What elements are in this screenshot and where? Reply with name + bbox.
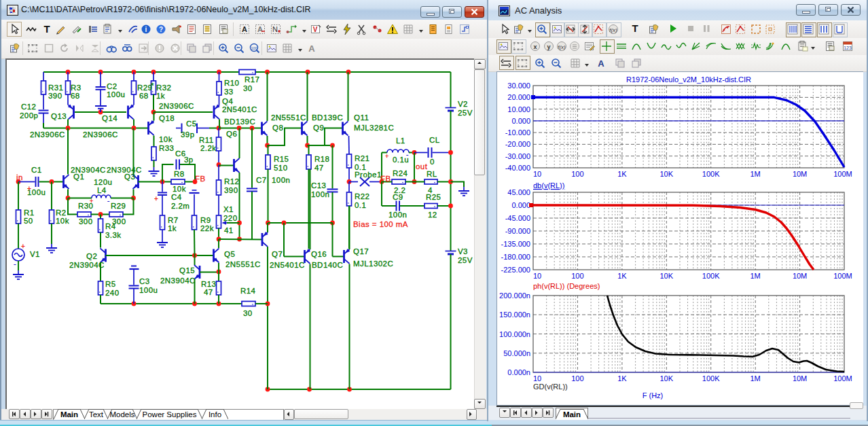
svg-text:100: 100 (571, 272, 583, 280)
svg-text:10k: 10k (173, 185, 186, 193)
svg-text:FB: FB (380, 175, 391, 183)
svg-text:47: 47 (314, 164, 324, 172)
svg-text:T: T (43, 23, 50, 35)
svg-text:10k: 10k (159, 135, 173, 143)
svg-text:10M: 10M (793, 272, 807, 280)
svg-text:out: out (416, 162, 428, 171)
svg-text:25V: 25V (458, 256, 473, 264)
svg-text:-135.000: -135.000 (501, 240, 530, 248)
svg-text:V: V (313, 26, 318, 33)
svg-text:100K: 100K (702, 374, 720, 383)
svg-text:F (Hz): F (Hz) (643, 391, 664, 400)
svg-text:0: 0 (430, 158, 435, 166)
svg-text:X1: X1 (223, 205, 234, 213)
svg-text:0.1: 0.1 (355, 201, 366, 209)
svg-text:Q15: Q15 (179, 266, 195, 274)
svg-text:-180.000: -180.000 (501, 253, 530, 261)
svg-text:150.000n: 150.000n (499, 310, 530, 319)
svg-text:33: 33 (224, 88, 234, 96)
svg-text:R22: R22 (355, 192, 369, 200)
svg-text:68: 68 (71, 92, 80, 100)
svg-text:1M: 1M (751, 272, 761, 280)
svg-text:R17: R17 (245, 75, 259, 84)
svg-text:Q9: Q9 (313, 124, 324, 132)
svg-text:100n: 100n (388, 211, 407, 219)
svg-text:ph(v(RL)) (Degrees): ph(v(RL)) (Degrees) (533, 282, 600, 290)
svg-text:300: 300 (79, 217, 93, 226)
svg-text:Q17: Q17 (353, 247, 369, 255)
svg-text:-40.000: -40.000 (505, 164, 530, 172)
svg-text:10K: 10K (660, 170, 674, 178)
svg-text:1K: 1K (617, 170, 627, 178)
svg-text:100M: 100M (833, 272, 852, 280)
svg-text:30: 30 (243, 84, 253, 92)
svg-text:0.000: 0.000 (511, 201, 530, 209)
svg-text:R1: R1 (24, 209, 35, 217)
svg-text:390: 390 (224, 186, 238, 194)
svg-text:C12: C12 (21, 103, 36, 111)
svg-text:0.000: 0.000 (511, 117, 530, 125)
svg-text:V2: V2 (458, 100, 468, 108)
svg-text:R9: R9 (200, 216, 211, 224)
svg-text:123: 123 (844, 46, 852, 50)
svg-text:50.000n: 50.000n (503, 349, 530, 357)
svg-text:R25: R25 (426, 193, 441, 201)
svg-text:db(v(RL)): db(v(RL)) (533, 181, 564, 190)
svg-text:MJL3281C: MJL3281C (354, 124, 394, 132)
svg-text:510: 510 (274, 164, 288, 172)
svg-text:R7: R7 (168, 216, 179, 224)
svg-text:+: + (154, 195, 158, 202)
svg-text:Q14: Q14 (102, 114, 117, 122)
svg-text:-: - (107, 197, 109, 205)
svg-text:+: + (385, 153, 388, 160)
svg-text:2N3906C: 2N3906C (30, 130, 65, 139)
svg-text:Bias = 100 mA: Bias = 100 mA (353, 220, 408, 228)
svg-text:Q1: Q1 (73, 173, 84, 181)
svg-text:47: 47 (204, 288, 213, 296)
svg-text:-10.000: -10.000 (505, 128, 530, 137)
svg-text:10M: 10M (793, 170, 807, 178)
svg-text:-90.000: -90.000 (505, 227, 530, 235)
svg-text:Q16: Q16 (311, 250, 327, 258)
svg-text:390: 390 (48, 92, 62, 100)
svg-text:2N5401C: 2N5401C (222, 105, 257, 113)
svg-text:C7: C7 (256, 176, 267, 184)
svg-text:R18: R18 (314, 155, 329, 163)
svg-text:A: A (598, 58, 604, 69)
svg-text:240: 240 (105, 289, 120, 297)
svg-text:f(x): f(x) (609, 27, 617, 33)
svg-text:in: in (16, 173, 23, 181)
svg-text:BD139C: BD139C (312, 113, 343, 122)
svg-text:2N5551C: 2N5551C (225, 260, 261, 268)
svg-text:100: 100 (571, 170, 583, 178)
svg-text:100K: 100K (702, 170, 720, 178)
svg-text:10: 10 (533, 170, 541, 178)
svg-text:2N3906C: 2N3906C (83, 130, 118, 139)
svg-text:C4: C4 (171, 193, 182, 201)
svg-text:2N3906C: 2N3906C (159, 102, 194, 110)
svg-text:1M: 1M (751, 374, 761, 383)
svg-text:120u: 120u (94, 178, 112, 186)
svg-text:R15: R15 (274, 155, 289, 163)
svg-text:C2: C2 (107, 82, 117, 90)
svg-text:41: 41 (224, 226, 234, 234)
svg-text:0.000n: 0.000n (507, 368, 530, 376)
svg-text:R5: R5 (105, 280, 116, 288)
svg-text:1k: 1k (168, 224, 177, 232)
svg-text:2N3904C: 2N3904C (69, 261, 105, 269)
svg-text:10K: 10K (660, 374, 674, 383)
svg-text:A: A (257, 25, 263, 33)
svg-text:FB: FB (195, 175, 206, 183)
svg-text:Q8: Q8 (272, 124, 283, 132)
svg-text:Q2: Q2 (86, 252, 97, 260)
svg-text:L4: L4 (97, 186, 107, 194)
svg-text:?: ? (159, 26, 163, 33)
svg-text:200.000n: 200.000n (499, 291, 530, 300)
svg-text:y: y (547, 43, 550, 50)
svg-text:Q4: Q4 (222, 97, 233, 105)
svg-text:RL: RL (427, 170, 437, 178)
svg-text:R33: R33 (159, 144, 174, 152)
svg-text:1M: 1M (751, 170, 761, 178)
svg-text:A: A (308, 43, 315, 54)
svg-text:100.000n: 100.000n (499, 330, 530, 338)
